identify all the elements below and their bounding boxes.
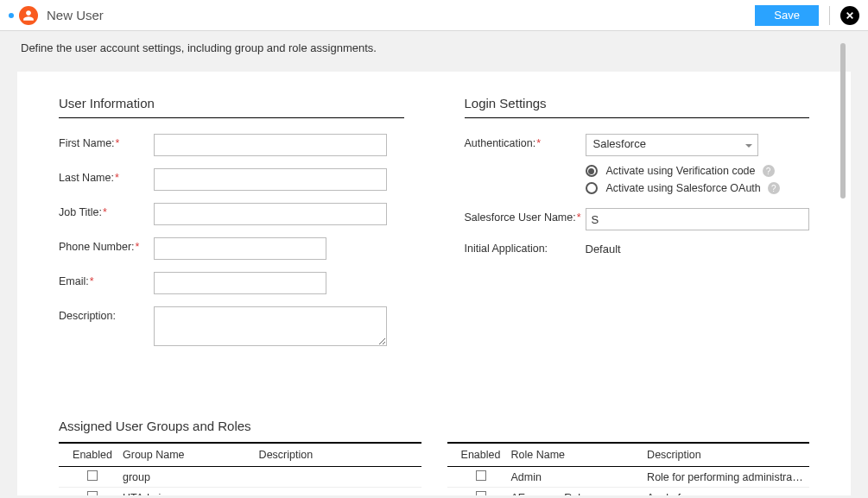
radio-salesforce-oauth-label: Activate using Salesforce OAuth bbox=[606, 182, 761, 194]
col-role-desc: Description bbox=[647, 449, 806, 461]
phone-label: Phone Number:* bbox=[59, 237, 154, 253]
user-info-section: User Information First Name:* Last Name:… bbox=[59, 96, 404, 358]
role-desc-cell: Role for performing administrat… bbox=[647, 471, 806, 483]
job-title-input[interactable] bbox=[154, 203, 387, 225]
role-desc-cell: A role for me. bbox=[647, 492, 806, 496]
scrollbar-thumb[interactable] bbox=[840, 43, 846, 199]
role-name-cell: AEgorova_Roless bbox=[511, 492, 648, 496]
col-enabled: Enabled bbox=[451, 449, 511, 461]
enabled-checkbox[interactable] bbox=[476, 470, 486, 481]
close-button[interactable] bbox=[840, 6, 859, 25]
auth-label: Authentication:* bbox=[465, 134, 586, 149]
enabled-checkbox[interactable] bbox=[87, 470, 98, 481]
unsaved-indicator bbox=[9, 13, 14, 18]
info-icon[interactable]: ? bbox=[763, 165, 775, 177]
section-title-login: Login Settings bbox=[465, 96, 810, 110]
init-app-label: Initial Application: bbox=[465, 239, 586, 255]
col-enabled: Enabled bbox=[62, 449, 123, 461]
section-rule bbox=[59, 117, 404, 118]
table-row[interactable]: AEgorova_RolessA role for me. bbox=[447, 488, 810, 495]
page-body: Define the user account settings, includ… bbox=[0, 31, 868, 498]
col-group-name: Group Name bbox=[123, 449, 259, 461]
dialog-header: New User Save bbox=[0, 0, 868, 31]
roles-table: Enabled Role Name Description AdminRole … bbox=[447, 442, 810, 495]
col-role-name: Role Name bbox=[511, 449, 648, 461]
email-input[interactable] bbox=[154, 272, 326, 294]
table-row[interactable]: group bbox=[59, 467, 421, 488]
section-title-assigned: Assigned User Groups and Roles bbox=[59, 419, 809, 433]
group-name-cell: HTAdmin bbox=[123, 492, 259, 496]
save-button[interactable]: Save bbox=[755, 5, 819, 26]
job-title-label: Job Title:* bbox=[59, 203, 154, 218]
role-name-cell: Admin bbox=[511, 471, 648, 483]
auth-select[interactable]: Salesforce bbox=[586, 134, 758, 156]
groups-table: Enabled Group Name Description groupHTAd… bbox=[59, 442, 421, 495]
radio-verification-code-label: Activate using Verification code bbox=[606, 165, 756, 177]
login-settings-section: Login Settings Authentication:* Salesfor… bbox=[465, 96, 810, 358]
scrollbar[interactable] bbox=[840, 43, 846, 458]
description-input[interactable] bbox=[154, 306, 387, 346]
description-label: Description: bbox=[59, 306, 154, 322]
first-name-input[interactable] bbox=[154, 134, 387, 156]
form-panel: User Information First Name:* Last Name:… bbox=[17, 72, 851, 495]
enabled-checkbox[interactable] bbox=[476, 491, 486, 495]
radio-salesforce-oauth[interactable] bbox=[586, 182, 598, 194]
page-title: New User bbox=[47, 8, 104, 22]
last-name-label: Last Name:* bbox=[59, 168, 154, 184]
email-label: Email:* bbox=[59, 272, 154, 287]
first-name-label: First Name:* bbox=[59, 134, 154, 149]
close-icon bbox=[846, 11, 854, 20]
phone-input[interactable] bbox=[154, 237, 326, 260]
last-name-input[interactable] bbox=[154, 168, 387, 191]
sf-user-input[interactable] bbox=[586, 208, 810, 230]
table-row[interactable]: HTAdmin bbox=[59, 488, 421, 495]
group-name-cell: group bbox=[123, 471, 259, 483]
page-subtitle: Define the user account settings, includ… bbox=[0, 31, 868, 60]
section-title-user-info: User Information bbox=[59, 96, 404, 110]
radio-verification-code[interactable] bbox=[586, 165, 598, 177]
init-app-value: Default bbox=[586, 239, 621, 255]
table-row[interactable]: AdminRole for performing administrat… bbox=[447, 467, 810, 488]
col-group-desc: Description bbox=[259, 449, 418, 461]
enabled-checkbox[interactable] bbox=[87, 491, 98, 495]
sf-user-label: Salesforce User Name:* bbox=[465, 208, 586, 224]
info-icon[interactable]: ? bbox=[768, 182, 780, 194]
header-divider bbox=[829, 6, 830, 25]
section-rule bbox=[465, 117, 810, 118]
user-icon bbox=[19, 6, 38, 25]
